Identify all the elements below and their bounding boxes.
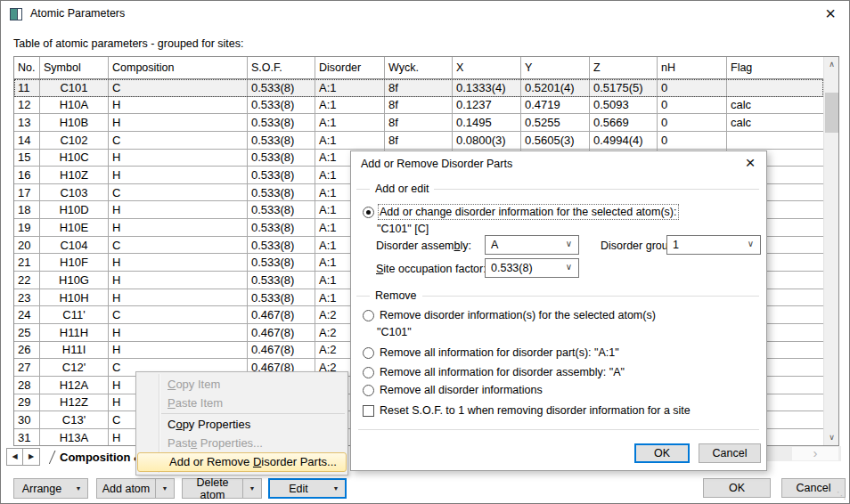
tab-bar: ◀ ▶ Composition & F [6,447,138,467]
tab-scroll-left-icon[interactable]: ◀ [6,448,23,466]
reset-sof-checkbox[interactable] [363,405,374,417]
vertical-scrollbar[interactable]: ∧ ∨ [823,57,838,445]
cell-nh: 0 [658,79,727,96]
cell-composition: H [109,167,248,183]
window-close-icon[interactable]: × [819,3,842,26]
chevron-down-icon: ∨ [748,239,754,248]
tab-scroll-right-icon[interactable]: ▶ [23,448,40,466]
cell-symbol: H12A [40,377,109,394]
dialog-ok-button[interactable]: OK [634,443,690,463]
menu-separator [161,413,345,414]
add-atom-button[interactable]: Add atom ▼ [96,478,175,499]
table-row[interactable]: 14C102C0.533(8)A:18f0.0800(3)0.5605(3)0.… [14,132,823,150]
cell-z: 0.5175(5) [590,79,658,96]
dropdown-arrow-icon[interactable]: ▼ [156,485,174,492]
disorder-group-combobox[interactable]: 1 ∨ [666,235,761,255]
remove-all-radio-row: Remove all disorder informations [363,384,543,396]
cell-z: 0.5669 [590,114,658,131]
cell-sof: 0.533(8) [248,201,315,218]
cell-symbol: H10B [40,114,109,131]
disorder-parts-dialog: Add or Remove Disorder Parts × Add or ed… [350,150,767,471]
add-atom-button-label: Add atom [97,483,155,495]
cell-symbol: C101 [40,79,109,96]
menu-item-add-or-remove-disorder-parts[interactable]: Add or Remove Disorder Parts... [137,452,347,472]
cell-flag [727,132,823,149]
table-header-row: No.SymbolCompositionS.O.F.DisorderWyck.X… [14,57,823,79]
arrange-button[interactable]: Arrange ▼ [13,478,88,499]
cell-composition: H [109,114,248,131]
remove-all-radio[interactable] [363,385,374,396]
remove-selected-radio[interactable] [363,310,374,321]
scroll-right-icon[interactable]: › [792,447,838,460]
cell-symbol: H10H [40,289,109,306]
cell-symbol: C103 [40,184,109,201]
scroll-down-icon[interactable]: ∨ [824,430,839,445]
cell-symbol: C12' [40,359,109,376]
cell-composition: H [109,289,248,306]
table-row[interactable]: 12H10AH0.533(8)A:18f0.12370.47190.50930c… [14,97,823,115]
cell-no: 22 [14,272,40,289]
cell-y: 0.5201(4) [521,79,590,96]
add-disorder-radio[interactable] [363,207,374,218]
menu-item-copy-properties[interactable]: Copy Properties [136,415,347,434]
chevron-down-icon: ∨ [566,239,572,248]
context-menu: Copy ItemPaste ItemCopy PropertiesPaste … [135,371,348,476]
remove-selected-radio-row: Remove disorder information(s) for the s… [363,309,656,321]
cell-disorder: A:1 [315,79,385,96]
disorder-group-value: 1 [673,239,679,251]
cell-y: 0.5605(3) [521,132,590,149]
cell-symbol: C104 [40,237,109,254]
table-row[interactable]: 11C101C0.533(8)A:18f0.1333(4)0.5201(4)0.… [14,79,823,97]
cell-nh: 0 [658,132,727,149]
cell-no: 18 [14,201,40,218]
cell-no: 25 [14,324,40,341]
cell-sof: 0.533(8) [248,289,315,306]
resize-grip[interactable]: ⋱ [837,490,846,501]
scroll-up-icon[interactable]: ∧ [824,57,839,72]
cell-sof: 0.467(8) [248,306,315,323]
cell-composition: H [109,201,248,218]
add-group-label: Add or edit [370,183,434,195]
cell-sof: 0.533(8) [248,219,315,236]
cell-sof: 0.533(8) [248,132,315,149]
cell-flag: calc [727,114,823,131]
dialog-cancel-button[interactable]: Cancel [699,443,761,463]
tab-composition[interactable]: Composition & F [49,451,138,464]
cell-composition: C [109,132,248,149]
main-ok-button[interactable]: OK [703,478,771,498]
cell-symbol: H10G [40,272,109,289]
cell-no: 29 [14,394,40,411]
cell-symbol: C11' [40,306,109,323]
cell-wyck: 8f [385,97,453,114]
cell-no: 20 [14,237,40,254]
cell-composition: H [109,272,248,289]
column-header-x: X [453,57,521,78]
cell-no: 31 [14,429,40,445]
cell-sof: 0.533(8) [248,97,315,114]
vertical-scrollbar-thumb[interactable] [825,93,838,133]
cell-no: 27 [14,359,40,376]
disorder-assembly-combobox[interactable]: A ∨ [485,235,579,255]
table-row[interactable]: 13H10BH0.533(8)A:18f0.14950.52550.56690c… [14,114,823,132]
cell-sof: 0.533(8) [248,184,315,201]
disorder-assembly-label: Disorder assembly: [376,240,471,252]
cell-no: 19 [14,219,40,236]
edit-button[interactable]: Edit ▼ [268,478,347,499]
dropdown-arrow-icon[interactable]: ▼ [243,485,261,492]
cell-no: 23 [14,289,40,306]
atomic-parameters-window: Atomic Parameters × Table of atomic para… [0,0,850,504]
app-icon [10,8,22,20]
site-occupation-factor-combobox[interactable]: 0.533(8) ∨ [485,258,579,278]
cell-no: 26 [14,342,40,359]
chevron-down-icon: ∨ [566,262,572,272]
remove-assembly-radio[interactable] [363,367,374,378]
tab-label: Composition & F [60,451,138,464]
cell-flag [727,79,823,96]
remove-part-radio[interactable] [363,347,374,359]
edit-button-label: Edit [270,483,327,495]
delete-atom-button[interactable]: Delete atom ▼ [182,478,262,499]
window-title: Atomic Parameters [30,7,125,20]
menu-item-paste-properties: Paste Properties... [136,434,347,452]
cell-no: 21 [14,254,40,271]
dialog-close-icon[interactable]: × [740,152,761,174]
